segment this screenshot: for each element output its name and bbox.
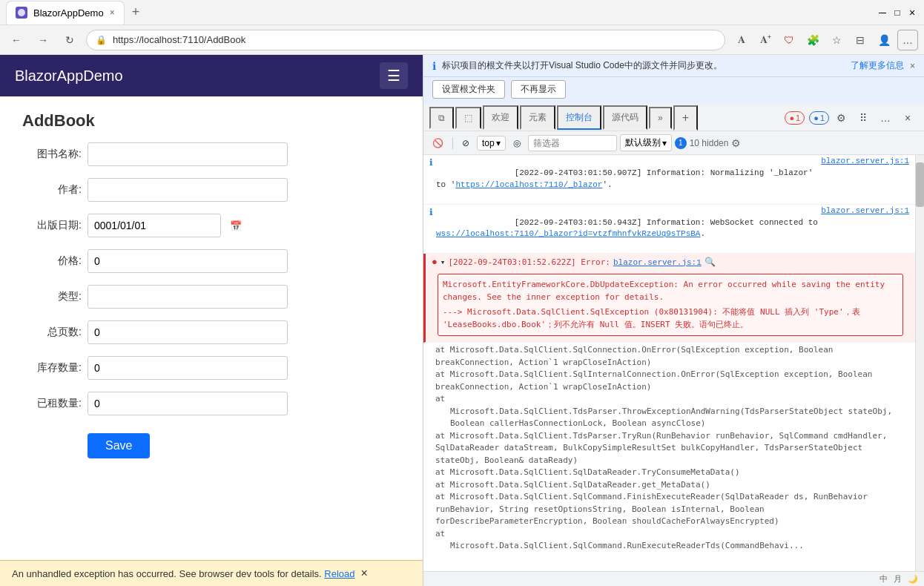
stack-line-9: at bbox=[435, 528, 903, 541]
minimize-button[interactable]: ─ bbox=[877, 7, 888, 19]
set-root-folder-button[interactable]: 设置根文件夹 bbox=[432, 80, 505, 99]
rented-label: 已租数量: bbox=[22, 397, 82, 410]
expand-arrow-icon[interactable]: ▾ bbox=[440, 257, 446, 267]
profile-button[interactable]: 👤 bbox=[874, 30, 894, 50]
search-icon[interactable]: 🔍 bbox=[704, 257, 716, 268]
stack-line-5: at Microsoft.Data.SqlClient.TdsParser.Tr… bbox=[435, 430, 903, 467]
console-filter-input[interactable] bbox=[528, 135, 617, 151]
toolbar-icons: 𝐀 𝐀⁺ 🛡 🧩 ☆ ⊟ 👤 … bbox=[731, 30, 918, 50]
devtools-panel: ℹ 标识项目的根文件夹以打开Visual Studio Code中的源文件并同步… bbox=[423, 55, 924, 586]
error-source[interactable]: blazor.server.js:1 bbox=[613, 258, 702, 267]
error-header: [2022-09-24T03:01:52.622Z] Error: bbox=[448, 257, 610, 267]
context-chevron: ▾ bbox=[496, 138, 501, 148]
hamburger-menu[interactable]: ☰ bbox=[380, 62, 408, 89]
book-name-row: 图书名称: bbox=[22, 142, 400, 166]
entry-source-2[interactable]: blazor.server.js:1 bbox=[821, 206, 909, 215]
console-clear-button[interactable]: 🚫 bbox=[428, 136, 448, 151]
tab-elements[interactable]: 元素 bbox=[520, 105, 555, 130]
scrollbar-thumb[interactable] bbox=[916, 162, 924, 207]
settings-button[interactable]: … bbox=[897, 30, 918, 50]
pub-date-input[interactable] bbox=[88, 214, 221, 237]
tab-more[interactable]: » bbox=[649, 107, 672, 129]
refresh-button[interactable]: ↻ bbox=[59, 30, 80, 50]
favorites-button[interactable]: ☆ bbox=[826, 30, 847, 50]
dont-show-again-button[interactable]: 不再显示 bbox=[511, 80, 566, 99]
info-banner-close-button[interactable]: × bbox=[910, 61, 915, 71]
book-name-input[interactable] bbox=[88, 142, 288, 166]
devtools-nodes-button[interactable]: ⠿ bbox=[853, 108, 874, 128]
back-button[interactable]: ← bbox=[6, 30, 27, 50]
forward-button[interactable]: → bbox=[33, 30, 53, 50]
shield-button[interactable]: 🛡 bbox=[779, 30, 799, 50]
collections-button[interactable]: ⊟ bbox=[850, 30, 871, 50]
tab-add[interactable]: + bbox=[673, 105, 698, 131]
total-pages-row: 总页数: bbox=[22, 320, 400, 344]
tab-inspect[interactable]: ⬚ bbox=[455, 107, 481, 129]
page-title: AddBook bbox=[22, 111, 400, 131]
info-actions: 设置根文件夹 不再显示 bbox=[423, 77, 924, 105]
blazor-link-1[interactable]: https://localhost:7110/_blazor bbox=[455, 180, 602, 189]
devtools-gear-button[interactable]: ⚙ bbox=[831, 108, 851, 128]
total-pages-input[interactable] bbox=[88, 320, 288, 344]
reload-link[interactable]: Reload bbox=[324, 568, 354, 579]
entry-source-1[interactable]: blazor.server.js:1 bbox=[821, 157, 909, 165]
browser-titlebar: BlazorAppDemo × + ─ □ × bbox=[0, 0, 924, 25]
notification-bar: An unhandled exception has occurred. See… bbox=[0, 560, 423, 586]
tab-welcome[interactable]: 欢迎 bbox=[483, 105, 518, 130]
reader-view-button[interactable]: 𝐀⁺ bbox=[755, 30, 776, 50]
svg-point-0 bbox=[18, 9, 25, 16]
devtools-dots-button[interactable]: … bbox=[875, 108, 896, 128]
read-mode-button[interactable]: 𝐀 bbox=[731, 30, 752, 50]
author-input[interactable] bbox=[88, 178, 288, 202]
tab-close-button[interactable]: × bbox=[110, 7, 115, 18]
stack-line-4: Microsoft.Data.SqlClient.TdsParser.Throw… bbox=[435, 406, 903, 430]
stock-input[interactable] bbox=[88, 356, 288, 380]
stock-label: 库存数量: bbox=[22, 361, 82, 375]
console-output[interactable]: ℹ [2022-09-24T03:01:50.907Z] Information… bbox=[423, 155, 915, 571]
tab-console[interactable]: 控制台 bbox=[557, 105, 601, 130]
close-window-button[interactable]: × bbox=[906, 7, 918, 19]
active-tab[interactable]: BlazorAppDemo × bbox=[6, 1, 125, 24]
author-row: 作者: bbox=[22, 178, 400, 202]
context-label: top bbox=[482, 138, 495, 148]
tab-share[interactable]: ⧉ bbox=[429, 107, 454, 129]
websocket-link[interactable]: wss://localhost:7110/_blazor?id=vtzfmhnf… bbox=[436, 229, 700, 238]
console-info-count: 1 bbox=[675, 137, 687, 149]
info-learn-more-link[interactable]: 了解更多信息 bbox=[851, 59, 904, 72]
stack-line-2: at Microsoft.Data.SqlClient.SqlInternalC… bbox=[435, 369, 903, 393]
rented-input[interactable] bbox=[88, 392, 288, 415]
app-body: AddBook 图书名称: 作者: 出版日期: 📅 价格: bbox=[0, 96, 423, 560]
notification-close-button[interactable]: × bbox=[361, 567, 368, 580]
maximize-button[interactable]: □ bbox=[891, 7, 903, 19]
devtools-bottom-status: 中 月 🌙 bbox=[423, 571, 924, 586]
type-input[interactable] bbox=[88, 285, 288, 309]
info-icon: ℹ bbox=[432, 60, 436, 72]
error-main-message: Microsoft.EntityFrameworkCore.DbUpdateEx… bbox=[443, 279, 898, 303]
info-badge: ● 1 bbox=[809, 111, 829, 125]
eye-button[interactable]: ◎ bbox=[509, 136, 525, 151]
type-row: 类型: bbox=[22, 285, 400, 309]
extensions-button[interactable]: 🧩 bbox=[802, 30, 823, 50]
price-input[interactable] bbox=[88, 249, 288, 273]
console-settings-button[interactable]: ⚙ bbox=[731, 137, 741, 149]
devtools-scrollbar[interactable] bbox=[915, 155, 924, 571]
context-selector[interactable]: top ▾ bbox=[477, 136, 506, 151]
log-level-selector[interactable]: 默认级别 ▾ bbox=[620, 134, 672, 151]
tab-icon bbox=[16, 7, 27, 19]
status-lang-2: 月 bbox=[894, 573, 902, 585]
address-bar[interactable]: 🔒 https://localhost:7110/AddBook bbox=[86, 30, 725, 50]
devtools-main: ℹ [2022-09-24T03:01:50.907Z] Information… bbox=[423, 155, 915, 571]
new-tab-button[interactable]: + bbox=[128, 4, 145, 20]
console-block-button[interactable]: ⊘ bbox=[458, 136, 474, 151]
price-label: 价格: bbox=[22, 254, 82, 268]
error-icon: ● bbox=[789, 113, 794, 122]
stack-line-8: at Microsoft.Data.SqlClient.SqlCommand.F… bbox=[435, 491, 903, 528]
stack-line-6: at Microsoft.Data.SqlClient.SqlDataReade… bbox=[435, 467, 903, 479]
status-lang-1: 中 bbox=[880, 573, 888, 585]
tab-sources[interactable]: 源代码 bbox=[603, 105, 647, 130]
pub-date-row: 出版日期: 📅 bbox=[22, 214, 400, 237]
info-count: 1 bbox=[820, 113, 825, 122]
save-button[interactable]: Save bbox=[88, 433, 150, 458]
info-entry-text-1: [2022-09-24T03:01:50.907Z] Information: … bbox=[436, 157, 818, 203]
devtools-close-button[interactable]: × bbox=[897, 108, 918, 128]
